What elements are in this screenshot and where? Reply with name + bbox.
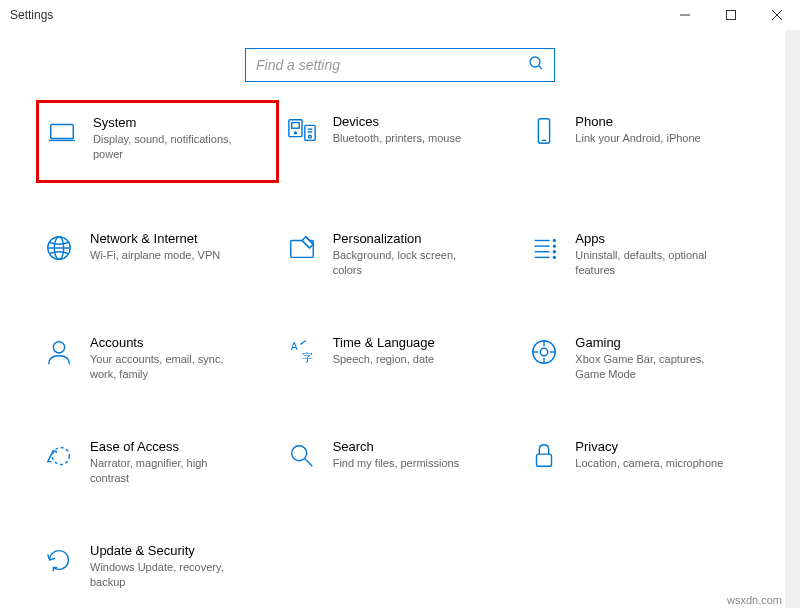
personalization-icon (285, 231, 319, 265)
tile-text: AccountsYour accounts, email, sync, work… (90, 335, 240, 382)
tile-desc: Background, lock screen, colors (333, 248, 483, 278)
tile-title: Network & Internet (90, 231, 220, 246)
category-search[interactable]: SearchFind my files, permissions (279, 435, 522, 495)
category-system[interactable]: SystemDisplay, sound, notifications, pow… (36, 100, 279, 183)
category-apps[interactable]: AppsUninstall, defaults, optional featur… (521, 227, 764, 287)
network-icon (42, 231, 76, 265)
tile-title: Apps (575, 231, 725, 246)
tile-text: Time & LanguageSpeech, region, date (333, 335, 435, 367)
system-icon (45, 115, 79, 149)
window-controls (662, 0, 800, 30)
tile-desc: Your accounts, email, sync, work, family (90, 352, 240, 382)
tile-text: PhoneLink your Android, iPhone (575, 114, 700, 146)
minimize-button[interactable] (662, 0, 708, 30)
svg-line-5 (539, 66, 542, 69)
watermark: wsxdn.com (727, 594, 782, 606)
tile-desc: Location, camera, microphone (575, 456, 723, 471)
category-devices[interactable]: DevicesBluetooth, printers, mouse (279, 110, 522, 183)
tile-title: Personalization (333, 231, 483, 246)
tile-desc: Bluetooth, printers, mouse (333, 131, 461, 146)
tile-desc: Windows Update, recovery, backup (90, 560, 240, 590)
tile-desc: Wi-Fi, airplane mode, VPN (90, 248, 220, 263)
tile-text: PrivacyLocation, camera, microphone (575, 439, 723, 471)
svg-point-4 (530, 57, 540, 67)
tile-text: SearchFind my files, permissions (333, 439, 460, 471)
search-box[interactable] (245, 48, 555, 82)
tile-text: SystemDisplay, sound, notifications, pow… (93, 115, 243, 162)
svg-rect-1 (727, 11, 736, 20)
settings-grid: SystemDisplay, sound, notifications, pow… (0, 110, 800, 599)
tile-desc: Display, sound, notifications, power (93, 132, 243, 162)
tile-title: Privacy (575, 439, 723, 454)
category-gaming[interactable]: GamingXbox Game Bar, captures, Game Mode (521, 331, 764, 391)
category-privacy[interactable]: PrivacyLocation, camera, microphone (521, 435, 764, 495)
tile-text: AppsUninstall, defaults, optional featur… (575, 231, 725, 278)
time-icon (285, 335, 319, 369)
scrollbar[interactable] (785, 30, 800, 608)
tile-text: Ease of AccessNarrator, magnifier, high … (90, 439, 240, 486)
update-icon (42, 543, 76, 577)
category-phone[interactable]: PhoneLink your Android, iPhone (521, 110, 764, 183)
maximize-button[interactable] (708, 0, 754, 30)
tile-desc: Uninstall, defaults, optional features (575, 248, 725, 278)
tile-desc: Speech, region, date (333, 352, 435, 367)
tile-title: Gaming (575, 335, 725, 350)
search-container (0, 48, 800, 82)
close-button[interactable] (754, 0, 800, 30)
privacy-icon (527, 439, 561, 473)
tile-title: Update & Security (90, 543, 240, 558)
tile-title: Search (333, 439, 460, 454)
category-personalization[interactable]: PersonalizationBackground, lock screen, … (279, 227, 522, 287)
devices-icon (285, 114, 319, 148)
tile-title: Time & Language (333, 335, 435, 350)
tile-desc: Narrator, magnifier, high contrast (90, 456, 240, 486)
search-icon (285, 439, 319, 473)
window-title: Settings (10, 8, 53, 22)
category-accounts[interactable]: AccountsYour accounts, email, sync, work… (36, 331, 279, 391)
tile-title: Devices (333, 114, 461, 129)
category-update[interactable]: Update & SecurityWindows Update, recover… (36, 539, 279, 599)
search-icon (528, 55, 544, 75)
search-input[interactable] (256, 57, 528, 73)
tile-desc: Link your Android, iPhone (575, 131, 700, 146)
tile-text: Update & SecurityWindows Update, recover… (90, 543, 240, 590)
apps-icon (527, 231, 561, 265)
tile-title: Ease of Access (90, 439, 240, 454)
category-ease[interactable]: Ease of AccessNarrator, magnifier, high … (36, 435, 279, 495)
category-time[interactable]: Time & LanguageSpeech, region, date (279, 331, 522, 391)
tile-desc: Xbox Game Bar, captures, Game Mode (575, 352, 725, 382)
gaming-icon (527, 335, 561, 369)
tile-title: Accounts (90, 335, 240, 350)
accounts-icon (42, 335, 76, 369)
tile-text: PersonalizationBackground, lock screen, … (333, 231, 483, 278)
category-network[interactable]: Network & InternetWi-Fi, airplane mode, … (36, 227, 279, 287)
tile-desc: Find my files, permissions (333, 456, 460, 471)
tile-text: DevicesBluetooth, printers, mouse (333, 114, 461, 146)
tile-title: System (93, 115, 243, 130)
tile-text: GamingXbox Game Bar, captures, Game Mode (575, 335, 725, 382)
tile-text: Network & InternetWi-Fi, airplane mode, … (90, 231, 220, 263)
phone-icon (527, 114, 561, 148)
tile-title: Phone (575, 114, 700, 129)
ease-icon (42, 439, 76, 473)
